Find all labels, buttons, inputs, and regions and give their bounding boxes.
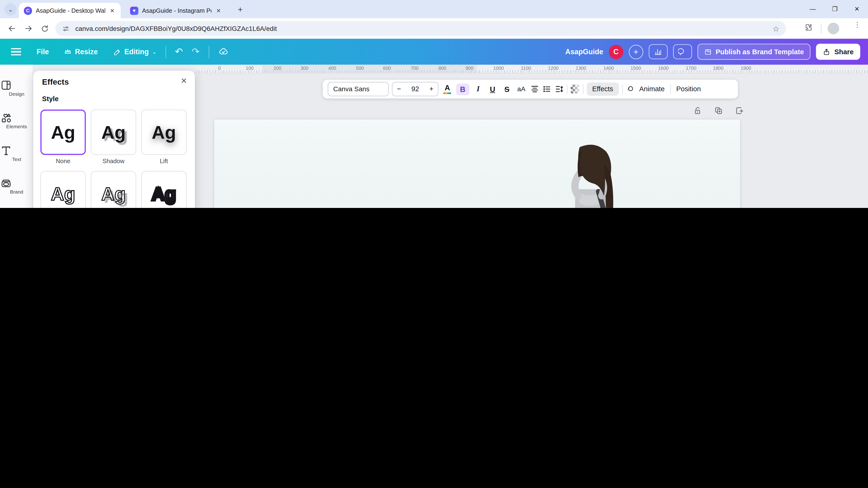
canva-favicon: C xyxy=(24,6,32,14)
user-avatar[interactable]: C xyxy=(609,44,623,59)
position-button[interactable]: Position xyxy=(674,85,703,93)
browser-tab-active[interactable]: C AsapGuide - Desktop Wallpape ✕ xyxy=(19,3,121,19)
sidebar-item-elements[interactable]: Elements xyxy=(0,112,33,129)
browser-menu-icon[interactable]: ⋮ xyxy=(854,23,856,26)
ruler-tick: 500 xyxy=(356,65,364,71)
ruler-tick: 700 xyxy=(411,65,418,71)
redo-button[interactable]: ↷ xyxy=(192,46,199,58)
text-icon xyxy=(0,144,33,157)
ruler-tick: 1400 xyxy=(603,65,614,71)
refresh-icon[interactable] xyxy=(40,24,49,33)
list-button[interactable] xyxy=(542,85,551,94)
sidebar-item-text[interactable]: Text xyxy=(0,144,33,162)
effect-style-hollow[interactable]: Ag Hollow xyxy=(40,171,86,208)
text-color-button[interactable]: A xyxy=(442,84,453,94)
effect-style-splice[interactable]: Ag Splice xyxy=(91,171,136,208)
navbar-divider xyxy=(821,24,822,33)
undo-button[interactable]: ↶ xyxy=(175,46,183,58)
text-case-button[interactable]: aA xyxy=(516,85,527,93)
tab-close-icon[interactable]: ✕ xyxy=(109,7,116,14)
tab-close-icon[interactable]: ✕ xyxy=(215,7,222,14)
duplicate-page-icon[interactable] xyxy=(714,106,723,115)
effects-button[interactable]: Effects xyxy=(587,83,619,96)
panel-close-icon[interactable]: ✕ xyxy=(181,76,187,85)
effect-style-lift[interactable]: Ag Lift xyxy=(141,110,186,164)
font-selector[interactable]: Canva Sans xyxy=(328,82,389,96)
effect-style-outline[interactable]: Ag Outline xyxy=(141,171,186,208)
sidebar-item-brand[interactable]: Brand xyxy=(0,177,33,195)
add-member-button[interactable]: + xyxy=(628,44,643,59)
tab-title: AsapGuide - Instagram Post xyxy=(142,7,211,14)
add-page-icon[interactable] xyxy=(735,106,744,115)
strikethrough-button[interactable]: S xyxy=(501,85,513,93)
rainbow-bar xyxy=(443,92,451,94)
elements-icon xyxy=(0,112,33,124)
browser-tab-inactive[interactable]: ♥ AsapGuide - Instagram Post ✕ xyxy=(125,3,227,19)
canva-appbar: File Resize Editing ⌄ ↶ ↷ AsapGuide C + … xyxy=(0,39,868,65)
back-icon[interactable] xyxy=(7,24,17,33)
spacing-button[interactable] xyxy=(555,85,563,94)
profile-avatar[interactable] xyxy=(828,23,839,34)
animate-icon xyxy=(626,85,634,93)
alignment-button[interactable] xyxy=(530,85,539,94)
app-sidebar: Design Elements Text Brand Uploads Draw … xyxy=(0,65,33,208)
ruler-tick: 1000 xyxy=(493,65,503,71)
cloud-saved-icon xyxy=(218,46,228,57)
hamburger-menu-icon[interactable] xyxy=(11,48,21,55)
ruler-tick: 1900 xyxy=(741,65,751,71)
effect-style-shadow[interactable]: Ag Shadow xyxy=(91,110,136,164)
effect-style-none[interactable]: Ag None xyxy=(40,110,86,164)
new-tab-button[interactable]: + xyxy=(235,4,246,15)
text-format-toolbar: Canva Sans − 92 + A B I U S aA Effects A… xyxy=(323,80,738,99)
bold-button[interactable]: B xyxy=(456,83,469,95)
sidebar-item-design[interactable]: Design xyxy=(0,79,33,97)
workspace-name[interactable]: AsapGuide xyxy=(565,47,603,56)
address-bar[interactable]: canva.com/design/DAGXFBBoiYg/0U8xD9Q6AHZ… xyxy=(55,21,786,36)
ruler-tick: 1700 xyxy=(686,65,696,71)
page-action-icons xyxy=(693,106,744,115)
unlock-icon[interactable] xyxy=(693,106,702,115)
instagram-post-favicon: ♥ xyxy=(130,6,138,14)
ruler-tick: 1200 xyxy=(548,65,558,71)
browser-tabstrip: ⌄ C AsapGuide - Desktop Wallpape ✕ ♥ Asa… xyxy=(0,0,868,18)
template-icon xyxy=(704,48,712,56)
editing-mode-menu[interactable]: Editing ⌄ xyxy=(113,47,157,56)
animate-button[interactable]: Animate xyxy=(626,85,667,93)
effects-panel: Effects ✕ Style Ag None Ag Shadow Ag Lif… xyxy=(33,71,195,208)
window-controls: — ❐ ✕ xyxy=(802,0,868,18)
font-size-decrease[interactable]: − xyxy=(397,85,401,93)
ruler-tick: 1500 xyxy=(630,65,641,71)
minimize-button[interactable]: — xyxy=(802,0,824,18)
ruler-tick: 900 xyxy=(466,65,473,71)
underline-button[interactable]: U xyxy=(487,85,498,93)
font-size-increase[interactable]: + xyxy=(429,85,433,93)
ruler-tick: 600 xyxy=(383,65,391,71)
share-button[interactable]: Share xyxy=(816,44,860,60)
resize-menu[interactable]: Resize xyxy=(64,47,98,56)
ruler-minor-ticks xyxy=(196,70,868,73)
transparency-button[interactable] xyxy=(570,85,580,94)
design-canvas[interactable]: Taking Photo xyxy=(214,120,740,208)
close-button[interactable]: ✕ xyxy=(846,0,868,18)
tab-search-button[interactable]: ⌄ xyxy=(4,3,17,15)
ruler-tick: 400 xyxy=(328,65,336,71)
font-size-value[interactable]: 92 xyxy=(411,85,419,93)
design-icon xyxy=(0,79,33,92)
ruler-tick: 300 xyxy=(301,65,308,71)
panel-title: Effects xyxy=(42,77,69,87)
bookmark-star-icon[interactable]: ☆ xyxy=(772,24,779,33)
forward-icon[interactable] xyxy=(24,24,33,33)
italic-button[interactable]: I xyxy=(473,85,484,94)
share-icon xyxy=(823,48,831,56)
restore-button[interactable]: ❐ xyxy=(824,0,846,18)
extensions-icon[interactable] xyxy=(804,23,813,32)
toolbar-divider xyxy=(670,84,671,94)
publish-brand-template-button[interactable]: Publish as Brand Template xyxy=(697,44,810,60)
file-menu[interactable]: File xyxy=(36,47,49,56)
insights-button[interactable] xyxy=(649,44,668,59)
ruler-tick: 800 xyxy=(438,65,446,71)
ruler-tick: 1300 xyxy=(576,65,586,71)
comments-button[interactable] xyxy=(673,44,692,59)
pencil-icon xyxy=(113,48,121,56)
site-settings-icon[interactable] xyxy=(62,25,70,32)
